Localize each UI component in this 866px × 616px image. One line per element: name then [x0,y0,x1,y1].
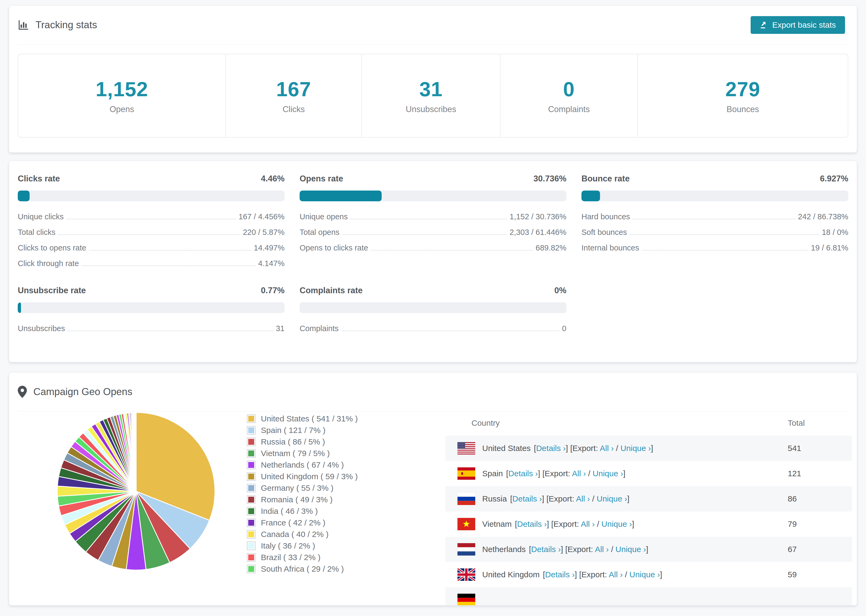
progress-bar [581,190,848,201]
complaints-rate-block: Complaints rate 0% Complaints 0 [299,286,567,336]
legend-item-united-states: United States ( 541 / 31% ) [247,413,358,424]
dotted-leader [89,250,251,250]
export-all-link[interactable]: All › [595,545,609,554]
rate-stat-label: Unique opens [299,212,348,221]
dotted-leader [342,234,507,235]
progress-bar [299,302,567,313]
dotted-leader [58,234,240,235]
rate-stat-value: 0 [562,324,567,333]
rate-stat-label: Complaints [299,324,339,333]
stat-unsubscribes: 31 Unsubscribes [362,54,501,137]
country-name: Netherlands [482,545,526,554]
export-all-link[interactable]: All › [609,570,623,579]
dotted-leader [642,250,808,250]
dotted-leader [371,250,533,250]
legend-label: Romania ( 49 / 3% ) [261,495,333,504]
rate-title: Complaints rate [299,286,362,295]
legend-label: France ( 42 / 2% ) [261,518,326,527]
rate-stat-row: Unique opens 1,152 / 30.736% [299,209,567,225]
legend-swatch [247,565,255,573]
details-link[interactable]: Details › [545,570,575,579]
rate-stat-value: 242 / 86.738% [798,212,848,221]
rate-stat-row: Total clicks 220 / 5.87% [18,225,285,240]
rate-value: 0% [554,286,567,295]
dotted-leader [68,331,273,331]
rates-row-1: Clicks rate 4.46% Unique clicks 167 / 4.… [18,174,848,271]
legend-label: Italy ( 36 / 2% ) [261,541,315,550]
export-all-link[interactable]: All › [572,469,586,478]
legend-swatch [247,426,255,435]
rate-stat-label: Internal bounces [581,244,639,252]
export-unique-link[interactable]: Unique › [629,570,660,579]
export-basic-stats-button[interactable]: Export basic stats [751,16,845,34]
rate-stat-value: 18 / 0% [822,228,848,237]
legend-swatch [247,530,255,539]
legend-item-netherlands: Netherlands ( 67 / 4% ) [247,459,358,471]
export-icon [760,21,768,29]
flag-icon-us [457,442,475,454]
rate-stat-row: Internal bounces 19 / 6.81% [581,240,848,256]
details-link[interactable]: Details › [512,494,542,503]
stat-bounces: 279 Bounces [638,54,848,137]
table-row-spain: Spain [Details ›] [Export: All › / Uniqu… [446,461,852,486]
stat-clicks: 167 Clicks [226,54,362,137]
rate-value: 30.736% [534,174,567,184]
legend-item-canada: Canada ( 40 / 2% ) [247,528,358,540]
export-unique-link[interactable]: Unique › [601,520,632,528]
legend-label: South Africa ( 29 / 2% ) [261,564,344,574]
progress-fill [18,190,30,201]
geo-title: Campaign Geo Opens [33,386,132,398]
legend-item-south-africa: South Africa ( 29 / 2% ) [247,563,358,575]
dotted-leader [66,219,236,219]
clicks-rate-block: Clicks rate 4.46% Unique clicks 167 / 4.… [18,174,285,271]
country-name: United States [482,444,531,453]
flag-icon-nl [457,543,475,556]
export-all-link[interactable]: All › [581,520,595,528]
rate-value: 0.77% [261,286,285,295]
opens-rate-block: Opens rate 30.736% Unique opens 1,152 / … [299,174,567,271]
rate-value: 6.927% [820,174,848,184]
progress-fill [18,302,21,313]
export-unique-link[interactable]: Unique › [616,545,646,554]
dotted-leader [630,234,819,235]
details-link[interactable]: Details › [531,545,561,554]
geo-opens-pie-chart [55,411,217,572]
rate-stat-row: Click through rate 4.147% [18,256,285,271]
details-link[interactable]: Details › [536,444,565,453]
rate-value: 4.46% [261,174,285,184]
legend-swatch [247,460,255,469]
legend-item-germany: Germany ( 55 / 3% ) [247,482,358,494]
rates-card: Clicks rate 4.46% Unique clicks 167 / 4.… [9,161,857,362]
legend-swatch [247,415,255,423]
legend-label: Russia ( 86 / 5% ) [261,437,325,446]
legend-item-brazil: Brazil ( 33 / 2% ) [247,552,358,563]
rate-title: Unsubscribe rate [18,286,86,295]
total-value: 59 [788,570,852,579]
legend-item-india: India ( 46 / 3% ) [247,505,358,517]
stat-label: Opens [109,105,134,114]
rate-stat-label: Clicks to opens rate [18,244,86,252]
bounce-rate-block: Bounce rate 6.927% Hard bounces 242 / 86… [581,174,848,271]
export-all-link[interactable]: All › [576,494,590,503]
flag-icon-vn [457,518,475,530]
export-unique-link[interactable]: Unique › [620,444,651,453]
progress-bar [18,190,285,201]
export-unique-link[interactable]: Unique › [593,469,623,478]
rate-stat-label: Soft bounces [581,228,627,237]
rate-stat-row: Unique clicks 167 / 4.456% [18,209,285,225]
details-link[interactable]: Details › [508,469,538,478]
legend-label: Vietnam ( 79 / 5% ) [261,449,330,458]
export-all-link[interactable]: All › [600,444,614,453]
country-name: Vietnam [482,520,512,529]
stat-value: 1,152 [96,77,148,101]
geo-table-header: Country Total [446,410,852,436]
stat-value: 0 [563,77,575,101]
rate-stat-label: Opens to clicks rate [299,244,368,252]
stat-label: Unsubscribes [406,105,457,114]
rate-stat-row: Soft bounces 18 / 0% [581,225,848,240]
page-title: Tracking stats [36,19,97,31]
pie-legend: United States ( 541 / 31% ) Spain ( 121 … [247,413,358,575]
rate-stat-row: Hard bounces 242 / 86.738% [581,209,848,225]
details-link[interactable]: Details › [517,520,547,528]
export-unique-link[interactable]: Unique › [597,494,627,503]
